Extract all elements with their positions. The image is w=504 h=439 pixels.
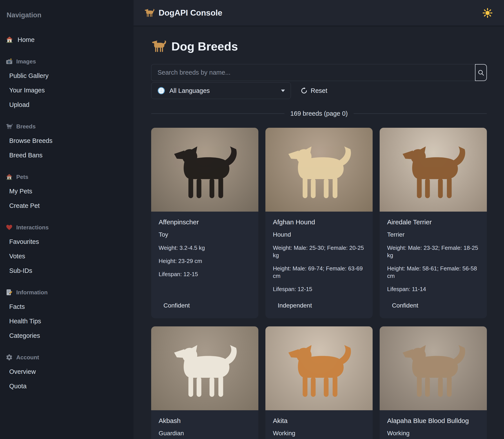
dog-icon	[6, 123, 13, 130]
page-title-text: Dog Breeds	[171, 39, 238, 53]
sidebar-section-header: Interactions	[6, 220, 128, 234]
divider-line	[151, 113, 284, 114]
breed-photo	[151, 326, 258, 410]
reset-icon	[300, 87, 308, 94]
sidebar-item-label: Facts	[9, 303, 25, 310]
breed-name: Airedale Terrier	[387, 218, 479, 226]
breed-card[interactable]: Akita Working Weight: Male: 45-59; Femal…	[265, 326, 373, 439]
sidebar-item-label: Create Pet	[9, 202, 40, 209]
dog-silhouette-icon	[399, 146, 467, 200]
breed-temperament: Confident	[163, 293, 250, 309]
sidebar-item-facts[interactable]: Facts	[6, 299, 128, 314]
sidebar-title: Navigation	[7, 11, 128, 20]
sidebar-section-header: Breeds	[6, 119, 128, 134]
main-area: DogAPI Console Dog Breeds All Languages	[134, 0, 504, 439]
breed-stat: Lifespan: 12-15	[273, 285, 365, 293]
breed-temperament: Confident	[392, 293, 479, 309]
breed-stat: Lifespan: 12-15	[159, 270, 250, 278]
breed-stat: Weight: 3.2-4.5 kg	[159, 244, 250, 252]
camera-flash-icon	[6, 58, 13, 65]
breed-stat: Weight: Male: 25-30; Female: 20-25 kg	[273, 244, 365, 259]
breed-stats: Weight: Male: 23-32; Female: 18-25 kgHei…	[387, 238, 479, 293]
breed-card[interactable]: Alapaha Blue Blood Bulldog Working Weigh…	[380, 326, 487, 439]
sidebar-item-create-pet[interactable]: Create Pet	[6, 198, 128, 213]
sidebar-item-public-gallery[interactable]: Public Gallery	[6, 69, 128, 83]
sidebar-item-home[interactable]: Home	[6, 33, 128, 47]
sidebar-item-favourites[interactable]: Favourites	[6, 234, 128, 249]
breed-photo	[265, 128, 373, 212]
breed-name: Akbash	[159, 417, 250, 425]
globe-icon	[157, 86, 166, 95]
filter-row: All Languages Reset	[151, 82, 487, 99]
search-icon	[478, 69, 484, 76]
breed-card-body: Akita Working Weight: Male: 45-59; Femal…	[265, 410, 373, 439]
breed-photo	[151, 128, 258, 212]
sidebar: Navigation Home Images Public Gallery Yo…	[0, 0, 134, 439]
sidebar-section-label: Account	[16, 354, 39, 361]
sidebar-item-quota[interactable]: Quota	[6, 379, 128, 393]
sidebar-section-label: Information	[16, 289, 48, 296]
sidebar-item-my-pets[interactable]: My Pets	[6, 184, 128, 198]
results-summary-row: 169 breeds (page 0)	[151, 110, 487, 117]
sidebar-item-label: Sub-IDs	[9, 267, 32, 274]
sidebar-item-label: My Pets	[9, 188, 32, 195]
breed-group: Hound	[273, 231, 365, 238]
sidebar-item-your-images[interactable]: Your Images	[6, 83, 128, 98]
sidebar-section-label: Interactions	[16, 224, 49, 231]
breed-photo	[380, 326, 487, 410]
sidebar-item-browse-breeds[interactable]: Browse Breeds	[6, 134, 128, 148]
breed-card[interactable]: Airedale Terrier Terrier Weight: Male: 2…	[380, 128, 487, 318]
breed-group: Terrier	[387, 231, 479, 238]
sidebar-item-label: Quota	[9, 383, 26, 390]
search-bar	[151, 64, 487, 81]
sidebar-item-label: Categories	[9, 332, 40, 339]
breed-card-body: Alapaha Blue Blood Bulldog Working Weigh…	[380, 410, 487, 439]
memo-icon	[6, 289, 13, 296]
reset-label: Reset	[311, 87, 327, 94]
breed-stat: Weight: Male: 23-32; Female: 18-25 kg	[387, 244, 479, 259]
dog-silhouette-icon	[171, 344, 239, 399]
sidebar-item-votes[interactable]: Votes	[6, 249, 128, 263]
sidebar-section-header: Pets	[6, 170, 128, 184]
heart-icon	[6, 224, 13, 231]
breed-stat: Height: Male: 69-74; Female: 63-69 cm	[273, 265, 365, 280]
dog-silhouette-icon	[285, 344, 353, 399]
sidebar-item-overview[interactable]: Overview	[6, 364, 128, 379]
sidebar-item-label: Your Images	[9, 87, 45, 94]
sidebar-section-label: Images	[16, 58, 36, 65]
breed-card[interactable]: Affenpinscher Toy Weight: 3.2-4.5 kgHeig…	[151, 128, 258, 318]
reset-button[interactable]: Reset	[297, 85, 330, 97]
sidebar-item-label: Home	[18, 36, 35, 43]
search-input[interactable]	[151, 64, 475, 81]
sidebar-item-sub-ids[interactable]: Sub-IDs	[6, 263, 128, 278]
breed-photo	[265, 326, 373, 410]
sidebar-item-upload[interactable]: Upload	[6, 98, 128, 112]
sidebar-item-breed-bans[interactable]: Breed Bans	[6, 148, 128, 162]
breed-card[interactable]: Afghan Hound Hound Weight: Male: 25-30; …	[265, 128, 373, 318]
breed-card[interactable]: Akbash Guardian Weight: Male: 41-64; Fem…	[151, 326, 258, 439]
breed-stat: Height: Male: 58-61; Female: 56-58 cm	[387, 265, 479, 280]
sidebar-item-label: Votes	[9, 253, 25, 260]
sidebar-item-label: Breed Bans	[9, 152, 43, 159]
language-select[interactable]: All Languages	[151, 82, 291, 99]
page-content: Dog Breeds All Languages Reset 169 breed…	[134, 26, 504, 439]
breed-stats: Weight: Male: 45-59; Female: 32-45	[273, 437, 365, 439]
sidebar-item-categories[interactable]: Categories	[6, 328, 128, 343]
page-title: Dog Breeds	[151, 39, 487, 53]
sidebar-item-label: Overview	[9, 368, 36, 375]
sidebar-item-label: Public Gallery	[9, 72, 49, 79]
sidebar-item-health-tips[interactable]: Health Tips	[6, 314, 128, 328]
theme-toggle-button[interactable]	[482, 7, 493, 19]
breed-card-body: Akbash Guardian Weight: Male: 41-64; Fem…	[151, 410, 258, 439]
dog-page-icon	[151, 40, 167, 53]
breed-card-body: Affenpinscher Toy Weight: 3.2-4.5 kgHeig…	[151, 212, 258, 318]
breed-name: Akita	[273, 417, 365, 425]
breed-stat: Height: 23-29 cm	[159, 257, 250, 265]
sidebar-section-header: Account	[6, 350, 128, 364]
search-button[interactable]	[475, 64, 487, 81]
language-select-value: All Languages	[169, 87, 210, 94]
home-icon	[6, 36, 13, 43]
app-header: DogAPI Console	[134, 0, 504, 26]
breed-stat: Lifespan: 11-14	[387, 285, 479, 293]
breed-group: Working	[273, 429, 365, 437]
